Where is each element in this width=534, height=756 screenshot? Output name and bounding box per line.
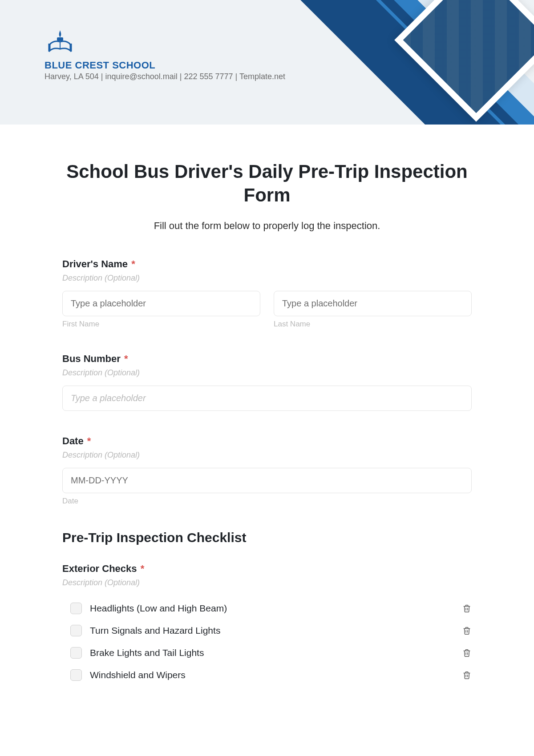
exterior-checks-label: Exterior Checks *	[62, 563, 472, 575]
school-name: BLUE CREST SCHOOL	[44, 60, 534, 71]
last-name-sublabel: Last Name	[274, 320, 472, 329]
trash-icon[interactable]	[462, 603, 472, 613]
header-banner: BLUE CREST SCHOOL Harvey, LA 504 | inqui…	[0, 0, 534, 125]
form-title: School Bus Driver's Daily Pre-Trip Inspe…	[62, 160, 472, 207]
bus-number-label: Bus Number *	[62, 353, 472, 365]
check-label: Headlights (Low and High Beam)	[90, 603, 462, 614]
trash-icon[interactable]	[462, 670, 472, 680]
check-item: Windshield and Wipers	[70, 664, 472, 686]
date-input[interactable]	[62, 468, 472, 493]
check-label: Brake Lights and Tail Lights	[90, 647, 462, 658]
check-item: Brake Lights and Tail Lights	[70, 642, 472, 664]
checkbox[interactable]	[70, 603, 82, 614]
field-driver-name: Driver's Name * Description (Optional) F…	[62, 258, 472, 329]
school-contact-line: Harvey, LA 504 | inquire@school.mail | 2…	[44, 72, 534, 81]
date-sublabel: Date	[62, 497, 472, 506]
field-date: Date * Description (Optional) Date	[62, 435, 472, 506]
checklist-heading: Pre-Trip Inspection Checklist	[62, 530, 472, 545]
checkbox[interactable]	[70, 647, 82, 659]
check-item: Headlights (Low and High Beam)	[70, 597, 472, 619]
school-logo-icon	[44, 27, 76, 58]
svg-rect-1	[57, 37, 63, 41]
last-name-input[interactable]	[274, 291, 472, 316]
checkbox[interactable]	[70, 669, 82, 681]
field-bus-number: Bus Number * Description (Optional)	[62, 353, 472, 411]
first-name-input[interactable]	[62, 291, 260, 316]
check-label: Windshield and Wipers	[90, 670, 462, 680]
trash-icon[interactable]	[462, 648, 472, 658]
check-item: Turn Signals and Hazard Lights	[70, 619, 472, 642]
checkbox[interactable]	[70, 625, 82, 636]
form-subtitle: Fill out the form below to properly log …	[62, 220, 472, 232]
driver-name-desc: Description (Optional)	[62, 273, 472, 283]
bus-number-input[interactable]	[62, 386, 472, 411]
exterior-checks-desc: Description (Optional)	[62, 578, 472, 587]
date-desc: Description (Optional)	[62, 450, 472, 460]
check-label: Turn Signals and Hazard Lights	[90, 625, 462, 636]
form-content: School Bus Driver's Daily Pre-Trip Inspe…	[53, 160, 481, 686]
first-name-sublabel: First Name	[62, 320, 260, 329]
bus-number-desc: Description (Optional)	[62, 368, 472, 378]
trash-icon[interactable]	[462, 626, 472, 635]
date-label: Date *	[62, 435, 472, 447]
field-exterior-checks: Exterior Checks * Description (Optional)…	[62, 563, 472, 686]
driver-name-label: Driver's Name *	[62, 258, 472, 270]
